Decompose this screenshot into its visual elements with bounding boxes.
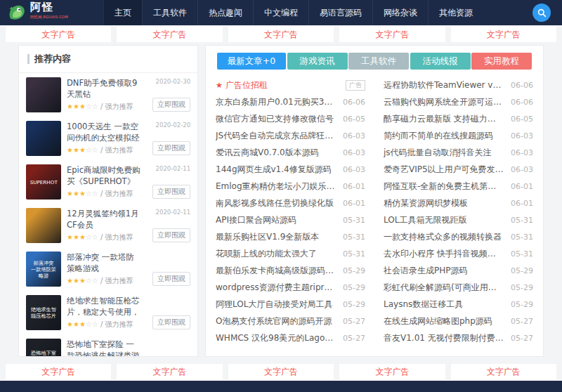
view-now-button[interactable]: 立即围观 (152, 228, 190, 242)
text-ad-link[interactable]: 文字广告 (6, 364, 111, 379)
article-row[interactable]: 在线生成网站缩略图php源码05-27 (384, 313, 533, 329)
article-row[interactable]: 阿怪互联-全新的免费主机第一批正式开启06-01 (384, 178, 533, 195)
article-title[interactable]: 最新伯乐发卡商城高级版源码 无后门 (216, 265, 336, 277)
article-row[interactable]: 精仿某资源网织梦模板06-01 (384, 195, 533, 211)
text-ad-link[interactable]: 文字广告 (339, 364, 445, 379)
article-title[interactable]: 南风影视多线路任意切换绿化版 (216, 197, 336, 209)
article-title[interactable]: 云猫购代购网系统全开源可运营程序搭建 (384, 96, 504, 108)
article-title[interactable]: Emlog重构精仿老坛小刀娱乐网HFoldao模... (216, 181, 336, 192)
article-title[interactable]: 阿怪互联-全新的免费主机第一批正式开启 (384, 181, 504, 192)
article-title[interactable]: O泡易支付系统官网的源码开源 (216, 315, 336, 327)
article-row[interactable]: 微信官方通知已支持修改微信号06-05 (216, 110, 365, 127)
search-button[interactable] (532, 4, 551, 22)
text-ad-link[interactable]: 文字广告 (451, 27, 556, 42)
tab-2[interactable]: 游戏资讯 (287, 53, 348, 70)
recommend-item[interactable]: 部落冲突 一款塔防策略游部落冲突 一款塔防策略游戏★★★☆☆ / 强力推荐立即围… (19, 247, 197, 291)
ad-slot-row[interactable]: ★广告位招租广告 (216, 77, 365, 93)
article-row[interactable]: O泡易支付系统官网的源码开源05-27 (216, 313, 365, 329)
article-row[interactable]: 最新乐购社区V1.9全新版本05-31 (216, 228, 365, 245)
article-row[interactable]: 一款支持格式众多的视频转换器05-31 (384, 228, 533, 245)
text-ad-link[interactable]: 文字广告 (451, 364, 556, 379)
article-row[interactable]: wordpress资源付费主题ripro6.7含美化包...05-29 (216, 279, 365, 296)
article-row[interactable]: JS代码全自动完成京东品牌狂欢城活动任务06-03 (216, 127, 365, 144)
text-ad-link[interactable]: 文字广告 (117, 364, 222, 379)
tab-5[interactable]: 实用教程 (471, 53, 532, 70)
recommend-item[interactable]: 12月灵狐签约领1月CF会员★★★☆☆ / 强力推荐2020-02-11立即围观 (19, 204, 197, 247)
article-row[interactable]: 社会语录生成PHP源码05-29 (384, 262, 533, 279)
article-row[interactable]: 彩虹代刷全解源码(可商业用途 防黑)05-29 (384, 279, 533, 296)
article-row[interactable]: 云猫购代购网系统全开源可运营程序搭建06-06 (384, 93, 533, 110)
text-ad-link[interactable]: 文字广告 (339, 27, 445, 42)
text-ad-link[interactable]: 文字广告 (228, 364, 334, 379)
article-row[interactable]: 花呗新上线的功能太强大了05-31 (216, 245, 365, 262)
article-title[interactable]: 远程协助软件TeamViewer v11 单文件版 (384, 79, 504, 91)
article-row[interactable]: LOL工具箱无限视距版05-31 (384, 211, 533, 228)
article-title[interactable]: 彩虹代刷全解源码(可商业用途 防黑) (384, 282, 504, 294)
article-title[interactable]: 在线生成网站缩略图php源码 (384, 315, 504, 327)
recommend-item[interactable]: 1000天远生 一款空间伤机的太空模拟经营游戏★★★☆☆ / 强力推荐2020-… (19, 117, 197, 160)
nav-item-6[interactable]: 网络杂谈 (372, 0, 428, 25)
view-now-button[interactable]: 立即围观 (152, 272, 190, 286)
article-title[interactable]: WHMCS 汉化98美元的Lagom模板开源 (216, 332, 336, 344)
article-row[interactable]: 远程协助软件TeamViewer v11 单文件版06-06 (384, 77, 533, 93)
article-row[interactable]: 酷享磁力云最新版 支持磁力搜索下载和一...06-05 (384, 110, 533, 127)
text-ad-link[interactable]: 文字广告 (228, 27, 334, 42)
article-title[interactable]: 社会语录生成PHP源码 (384, 265, 504, 277)
article-row[interactable]: 最新伯乐发卡商城高级版源码 无后门05-29 (216, 262, 365, 279)
recommend-item[interactable]: 恐怖地下室探险恐怖地下室探险 一款恐怖逃生解谜类游戏★★★☆☆ / 强力推荐立即… (19, 334, 197, 357)
article-row[interactable]: 音友V1.01 无视付费限制付费音乐无损免...05-27 (384, 329, 533, 346)
nav-item-2[interactable]: 工具软件 (142, 0, 197, 25)
article-row[interactable]: 爱奇艺VIP5以上用户可免费发爱奇艺VIP红包06-03 (384, 161, 533, 178)
article-title[interactable]: 一款支持格式众多的视频转换器 (384, 231, 504, 243)
tab-4[interactable]: 活动线报 (410, 53, 471, 70)
article-row[interactable]: 去水印小程序 快手抖音视频搬运工上热门...05-31 (384, 245, 533, 262)
article-title[interactable]: 144g网页生成v1.4修复版源码 (216, 164, 336, 176)
text-ad-link[interactable]: 文字广告 (117, 27, 222, 42)
nav-item-1[interactable]: 主页 (103, 0, 142, 25)
article-title[interactable]: 爱奇艺VIP5以上用户可免费发爱奇艺VIP红包 (384, 164, 504, 176)
article-title[interactable]: 酷享磁力云最新版 支持磁力搜索下载和一... (384, 113, 504, 125)
view-now-button[interactable]: 立即围观 (152, 185, 190, 199)
article-row[interactable]: Emlog重构精仿老坛小刀娱乐网HFoldao模...06-01 (216, 178, 365, 195)
recommend-item[interactable]: 绝地求生智能压枪芯片绝地求生智能压枪芯片，稳定大号使用，永久免费★★★☆☆ / … (19, 291, 197, 334)
article-title[interactable]: 微信官方通知已支持修改微信号 (216, 113, 336, 125)
article-title[interactable]: 简约而不简单的在线搜题源码 (384, 130, 504, 142)
recommend-item[interactable]: DNF助手免费领取9天黑钻★★★☆☆ / 强力推荐2020-02-30立即围观 (19, 73, 197, 117)
tab-3[interactable]: 工具软件 (348, 53, 409, 70)
article-title[interactable]: 花呗新上线的功能太强大了 (216, 248, 336, 260)
article-row[interactable]: 144g网页生成v1.4修复版源码06-03 (216, 161, 365, 178)
article-title[interactable]: wordpress资源付费主题ripro6.7含美化包... (216, 282, 336, 294)
article-row[interactable]: js代码批量自动取消抖音关注06-03 (384, 144, 533, 161)
article-title[interactable]: 京东白条新用户0.01元购买3个月爱奇艺会员 (216, 96, 336, 108)
article-row[interactable]: 南风影视多线路任意切换绿化版06-01 (216, 195, 365, 211)
article-title[interactable]: 阿狸LOL大厅自动接受对局工具 (216, 299, 336, 311)
article-row[interactable]: 京东白条新用户0.01元购买3个月爱奇艺会员06-06 (216, 93, 365, 110)
article-row[interactable]: WHMCS 汉化98美元的Lagom模板开源05-27 (216, 329, 365, 346)
view-now-button[interactable]: 立即围观 (152, 98, 190, 112)
view-now-button[interactable]: 立即围观 (152, 141, 190, 155)
nav-item-4[interactable]: 中文编程 (253, 0, 308, 25)
nav-item-7[interactable]: 其他资源 (428, 0, 483, 25)
article-title[interactable]: LOL工具箱无限视距版 (384, 214, 504, 226)
article-row[interactable]: 爱讯云商城V0.7.0版本源码06-03 (216, 144, 365, 161)
article-title[interactable]: js代码批量自动取消抖音关注 (384, 147, 504, 159)
article-title[interactable]: 精仿某资源网织梦模板 (384, 197, 504, 209)
nav-item-3[interactable]: 热点趣闻 (197, 0, 253, 25)
article-title[interactable]: JS代码全自动完成京东品牌狂欢城活动任务 (216, 130, 336, 142)
site-logo[interactable]: 阿怪 阿怪网.RGUAIS.COM (7, 2, 99, 24)
article-title[interactable]: API接口聚合网站源码 (216, 214, 336, 226)
tab-1[interactable]: 最新文章+0 (217, 53, 286, 70)
recommend-item[interactable]: SUPERHOTEpic商城限时免费购买《SUPERHOT》游戏★★★☆☆ / … (19, 160, 197, 204)
article-title[interactable]: Laysns数据迁移工具 (384, 299, 504, 311)
article-row[interactable]: API接口聚合网站源码05-31 (216, 211, 365, 228)
article-row[interactable]: Laysns数据迁移工具05-29 (384, 296, 533, 313)
text-ad-link[interactable]: 文字广告 (6, 27, 111, 42)
article-title[interactable]: 爱讯云商城V0.7.0版本源码 (216, 147, 336, 159)
article-title[interactable]: 最新乐购社区V1.9全新版本 (216, 231, 336, 243)
view-now-button[interactable]: 立即围观 (152, 315, 190, 329)
article-row[interactable]: 简约而不简单的在线搜题源码06-03 (384, 127, 533, 144)
article-title[interactable]: 音友V1.01 无视付费限制付费音乐无损免... (384, 332, 504, 344)
nav-item-5[interactable]: 易语言源码 (308, 0, 372, 25)
article-row[interactable]: 阿狸LOL大厅自动接受对局工具05-29 (216, 296, 365, 313)
article-title[interactable]: 去水印小程序 快手抖音视频搬运工上热门... (384, 248, 504, 260)
